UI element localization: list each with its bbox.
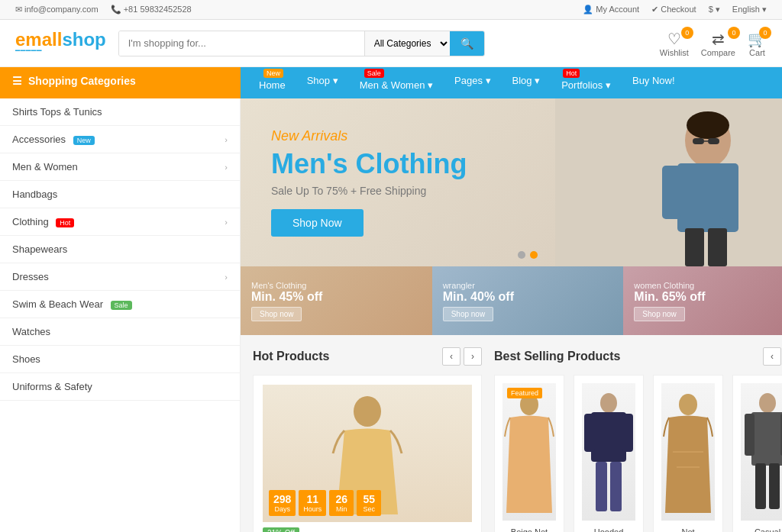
product-card-3[interactable]: Casual Sleeveless Cotton Blend Jacket ★★… <box>732 375 782 532</box>
sidebar-item-clothing[interactable]: Clothing Hot › <box>0 208 240 236</box>
hot-product-image: 298 Days 11 Hours 26 Min <box>263 385 472 522</box>
product-card-2[interactable]: Net Embroidered Anarkali Gown Dress Mate… <box>653 375 723 532</box>
nav-link-pages[interactable]: Pages ▾ <box>444 67 501 94</box>
hot-product-card[interactable]: 298 Days 11 Hours 26 Min <box>253 375 482 532</box>
new-badge: New <box>263 69 283 78</box>
arrow-icon: › <box>225 135 228 144</box>
sidebar-item-shirts[interactable]: Shirts Tops & Tunics <box>0 98 240 126</box>
mini-banner-discount: Min. 65% off <box>634 290 782 304</box>
best-selling-title: Best Selling Products <box>494 350 620 363</box>
hot-products-nav: ‹ › <box>442 347 482 366</box>
svg-rect-23 <box>751 412 782 466</box>
mini-banner-shop-btn[interactable]: Shop now <box>634 307 684 321</box>
categories-header[interactable]: ☰ Shopping Categories <box>0 67 241 95</box>
sidebar-item-shapewears[interactable]: Shapewears <box>0 236 240 263</box>
mini-banner-shop-btn[interactable]: Shop now <box>443 307 493 321</box>
countdown-hours: 11 Hours <box>299 490 326 516</box>
sale-badge: Sale <box>111 301 132 310</box>
sidebar-item-shoes[interactable]: Shoes <box>0 346 240 373</box>
nav-link-blog[interactable]: Blog ▾ <box>502 67 551 94</box>
hero-dot-active[interactable] <box>530 251 538 259</box>
language-selector[interactable]: English ▾ <box>732 5 767 15</box>
svg-rect-16 <box>622 414 633 452</box>
sidebar-item-uniforms[interactable]: Uniforms & Safety <box>0 373 240 401</box>
mini-banner-wrangler[interactable]: wrangler Min. 40% off Shop now <box>432 266 624 335</box>
svg-rect-17 <box>596 462 607 511</box>
hot-products-header: Hot Products ‹ › <box>253 347 482 366</box>
compare-badge: 0 <box>728 27 740 39</box>
main-nav: New Home Shop ▾ Sale Men & Women ▾ Pages… <box>241 67 782 98</box>
svg-rect-24 <box>745 414 755 456</box>
svg-rect-26 <box>755 463 766 509</box>
next-arrow[interactable]: › <box>464 347 482 366</box>
hero-title: Men's Clothing <box>271 149 467 179</box>
product-card-0[interactable]: Featured Beige Net Anarkali Gown Semi St… <box>494 375 564 532</box>
sidebar-item-watches[interactable]: Watches <box>0 318 240 346</box>
mini-banner-women[interactable]: women Clothing Min. 65% off Shop now <box>623 266 782 335</box>
main-layout: Shirts Tops & Tunics Accessories New › M… <box>0 98 782 532</box>
email-info: ✉ info@company.com <box>15 5 99 15</box>
countdown-days: 298 Days <box>269 490 296 516</box>
svg-rect-14 <box>591 412 626 462</box>
category-select[interactable]: All Categories <box>364 31 450 56</box>
nav-item-men-women[interactable]: Sale Men & Women ▾ <box>349 67 444 98</box>
search-input[interactable] <box>119 31 364 56</box>
categories-title: Shopping Categories <box>28 75 136 87</box>
my-account-link[interactable]: 👤 My Account <box>583 5 639 15</box>
svg-rect-9 <box>708 138 719 144</box>
svg-rect-18 <box>610 462 622 511</box>
mini-banner-title: wrangler <box>443 281 613 290</box>
products-sections: Hot Products ‹ › <box>241 335 782 532</box>
nav-link-buy-now[interactable]: Buy Now! <box>622 67 686 94</box>
svg-rect-8 <box>693 138 704 144</box>
hero-shop-now-button[interactable]: Shop Now <box>271 209 364 237</box>
sidebar-item-dresses[interactable]: Dresses › <box>0 263 240 291</box>
sidebar-item-men-women[interactable]: Men & Women › <box>0 153 240 181</box>
sidebar-item-accessories[interactable]: Accessories New › <box>0 126 240 153</box>
mini-banner-discount: Min. 45% off <box>251 290 422 304</box>
svg-rect-6 <box>708 228 727 266</box>
svg-point-19 <box>679 394 697 415</box>
hot-badge: Hot <box>563 69 580 78</box>
nav-link-shop[interactable]: Shop ▾ <box>296 67 349 94</box>
product-card-1[interactable]: Hooded Sweatshirt Lorem Ipsum ★★★☆☆ (2) <box>574 375 644 532</box>
content-area: New Arrivals Men's Clothing Sale Up To 7… <box>241 98 782 532</box>
currency-selector[interactable]: $ ▾ <box>709 5 720 15</box>
svg-point-22 <box>759 393 776 413</box>
nav-item-portfolios[interactable]: Hot Portfolios ▾ <box>551 67 622 98</box>
hero-dot[interactable] <box>518 251 525 259</box>
arrow-icon: › <box>225 272 228 282</box>
hero-image <box>555 98 782 266</box>
product-name-3: Casual Sleeveless Cotton Blend Jacket <box>741 527 782 532</box>
hero-banner: New Arrivals Men's Clothing Sale Up To 7… <box>241 98 782 266</box>
hot-badge: Hot <box>56 218 74 227</box>
nav-item-shop[interactable]: Shop ▾ <box>296 67 349 98</box>
nav-item-blog[interactable]: Blog ▾ <box>502 67 551 98</box>
mini-banner-mens[interactable]: Men's Clothing Min. 45% off Shop now <box>241 266 432 335</box>
prev-arrow[interactable]: ‹ <box>763 347 781 366</box>
nav-item-pages[interactable]: Pages ▾ <box>444 67 501 98</box>
mini-banner-title: Men's Clothing <box>251 281 422 290</box>
prev-arrow[interactable]: ‹ <box>442 347 460 366</box>
nav-item-buy-now[interactable]: Buy Now! <box>622 67 686 98</box>
logo[interactable]: emallshop ▔▔▔▔▔ <box>15 29 106 57</box>
best-selling-grid: Featured Beige Net Anarkali Gown Semi St… <box>494 375 782 532</box>
top-bar-right: 👤 My Account ✔ Checkout $ ▾ English ▾ <box>583 5 767 15</box>
best-selling-header: Best Selling Products ‹ › <box>494 347 782 366</box>
cart-button[interactable]: 🛒 0 Cart <box>748 30 767 57</box>
sidebar-item-swim[interactable]: Swim & Beach Wear Sale <box>0 291 240 318</box>
nav-link-portfolios[interactable]: Portfolios ▾ <box>551 67 622 98</box>
wishlist-button[interactable]: ♡ 0 Wishlist <box>660 30 689 57</box>
svg-rect-3 <box>662 166 681 219</box>
sidebar-item-handbags[interactable]: Handbags <box>0 181 240 208</box>
checkout-link[interactable]: ✔ Checkout <box>651 5 696 15</box>
nav-wrapper: ☰ Shopping Categories New Home Shop ▾ Sa… <box>0 67 782 98</box>
nav-link-men-women[interactable]: Men & Women ▾ <box>349 67 444 98</box>
header-icons: ♡ 0 Wishlist ⇄ 0 Compare 🛒 0 Cart <box>660 30 767 57</box>
product-name-1: Hooded Sweatshirt Lorem Ipsum <box>582 527 635 532</box>
mini-banner-shop-btn[interactable]: Shop now <box>251 307 302 321</box>
nav-item-home[interactable]: New Home <box>248 67 296 98</box>
compare-button[interactable]: ⇄ 0 Compare <box>701 30 735 57</box>
product-name-2: Net Embroidered Anarkali Gown Dress Mate… <box>661 527 715 532</box>
search-button[interactable]: 🔍 <box>450 31 484 56</box>
